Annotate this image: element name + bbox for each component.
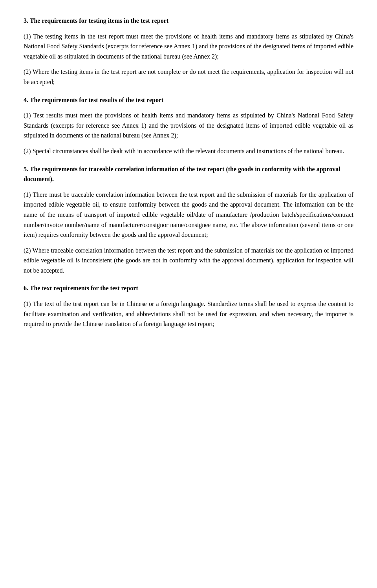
section6-heading: 6. The text requirements for the test re… [24,283,353,293]
section5-para2: (2) Where traceable correlation informat… [24,245,353,276]
section5-para1: (1) There must be traceable correlation … [24,190,353,240]
section4-para1: (1) Test results must meet the provision… [24,110,353,141]
section4-heading: 4. The requirements for test results of … [24,95,353,105]
section5-heading: 5. The requirements for traceable correl… [24,164,353,184]
section3-para1: (1) The testing items in the test report… [24,31,353,62]
section6-para1: (1) The text of the test report can be i… [24,299,353,329]
section3-para2: (2) Where the testing items in the test … [24,67,353,87]
page: 3. The requirements for testing items in… [0,0,377,588]
section4-para2: (2) Special circumstances shall be dealt… [24,146,353,156]
section3-heading: 3. The requirements for testing items in… [24,16,353,26]
